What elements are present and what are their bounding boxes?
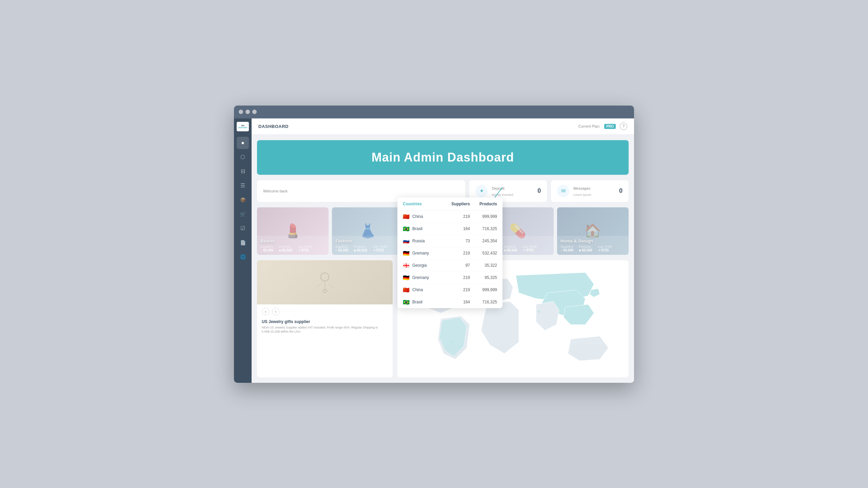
flag-icon: 🇧🇷	[403, 299, 410, 305]
category-card-beauty[interactable]: 💄 Beauty Suppliers ↑ 58,095 Products	[257, 207, 329, 255]
traffic-light-green[interactable]	[252, 110, 257, 114]
suppliers-value: 164	[443, 300, 470, 304]
table-row: 🇩🇪 Gremany 219 95,325	[397, 272, 502, 284]
products-value: 35,322	[470, 263, 497, 268]
country-cell: 🇨🇳 China	[403, 287, 443, 293]
supplier-name: US Jewelry gifts supplier	[262, 319, 388, 324]
file-icon: 📄	[240, 240, 246, 245]
country-name: China	[412, 214, 423, 219]
country-name: Gremany	[412, 251, 429, 256]
messages-label: Messages	[573, 186, 590, 190]
fashion-profit: Avg. Profit ↗ 9755	[373, 245, 387, 252]
prev-button[interactable]: ‹	[262, 308, 269, 315]
col-suppliers-header: Suppliers	[443, 202, 470, 206]
sidebar-item-check[interactable]: ☑	[237, 222, 249, 234]
jewelry-bg	[257, 260, 393, 304]
health-products: Products ■ 88,568	[504, 245, 517, 252]
sidebar-item-package[interactable]: 📦	[237, 194, 249, 206]
products-value: 245,354	[470, 239, 497, 243]
sidebar-item-globe[interactable]: 🌐	[237, 251, 249, 263]
fashion-stats: Suppliers ↑ 58,095 Products ■ 88,568 Avg…	[335, 245, 400, 252]
supplier-description: NEW US Jewelry Supplier added VAT Includ…	[262, 325, 388, 334]
category-card-fashion[interactable]: 👗 Fashion Suppliers ↑ 58,095 Products	[332, 207, 403, 255]
col-products-header: Products	[470, 202, 497, 206]
title-bar	[234, 106, 634, 118]
table-row: 🇬🇪 Georgia 97 35,322	[397, 260, 502, 272]
flag-icon: 🇨🇳	[403, 213, 410, 220]
fashion-content: Fashion Suppliers ↑ 58,095 Products ■ 88…	[332, 236, 403, 255]
page-title: DASHBOARD	[258, 124, 289, 129]
cart-icon: 🛒	[240, 211, 246, 217]
sidebar-item-cart[interactable]: 🛒	[237, 208, 249, 220]
top-bar-left: DASHBOARD	[258, 124, 289, 129]
circle-icon: ●	[241, 140, 244, 146]
sidebar-item-filter[interactable]: ⊟	[237, 165, 249, 177]
star-icon: ✦	[479, 188, 484, 194]
flag-icon: 🇩🇪	[403, 275, 410, 281]
hero-title: Main Admin Dashboard	[271, 150, 615, 165]
products-value: 532,432	[470, 251, 497, 256]
main-content: DASHBOARD Current Plan: PRO ? Main Admin…	[252, 118, 634, 383]
svg-point-7	[451, 340, 454, 343]
svg-line-3	[317, 284, 321, 288]
suppliers-value: 219	[443, 275, 470, 280]
messages-info: Messages Lorem Ipsum	[573, 185, 591, 197]
beauty-stats: Suppliers ↑ 58,095 Products ■ 88,568 Avg…	[260, 245, 325, 252]
svg-point-10	[593, 291, 595, 293]
hero-banner: Main Admin Dashboard	[257, 140, 629, 175]
svg-line-4	[329, 284, 333, 288]
plan-label: Current Plan:	[578, 124, 600, 128]
fashion-products: Products ■ 88,568	[354, 245, 367, 252]
list-icon: ☰	[240, 182, 245, 189]
supplier-nav: ‹ ›	[257, 304, 393, 319]
featured-supplier: ‹ › US Jewelry gifts supplier NEW US Jew…	[257, 260, 393, 377]
suppliers-value: 164	[443, 226, 470, 231]
countries-tooltip[interactable]: Countries Suppliers Products 🇨🇳 China 21…	[397, 198, 502, 308]
products-value: 716,325	[470, 226, 497, 231]
package-icon: 📦	[240, 197, 246, 203]
country-name: Gremany	[412, 275, 429, 280]
beauty-suppliers: Suppliers ↑ 58,095	[260, 245, 273, 252]
home-products: Products ■ 88,568	[579, 245, 592, 252]
suppliers-value: 97	[443, 263, 470, 268]
home-stats: Suppliers ↑ 58,095 Products ■ 88,568 Avg…	[560, 245, 625, 252]
products-value: 95,325	[470, 275, 497, 280]
tooltip-header: Countries Suppliers Products	[397, 198, 502, 211]
category-card-home[interactable]: 🏠 Home & Design Suppliers ↑ 58,095 Prod	[557, 207, 629, 255]
traffic-light-red[interactable]	[239, 110, 243, 114]
flag-icon: 🇧🇷	[403, 226, 410, 232]
table-row: 🇧🇷 Brasil 164 716,325	[397, 223, 502, 235]
messages-sub: Lorem Ipsum	[573, 193, 591, 196]
col-countries-header: Countries	[403, 202, 443, 206]
sidebar-item-file[interactable]: 📄	[237, 237, 249, 249]
flag-icon: 🇬🇪	[403, 262, 410, 269]
deposit-info: Deposit Money invested	[492, 185, 513, 197]
country-cell: 🇬🇪 Georgia	[403, 262, 443, 269]
fashion-suppliers: Suppliers ↑ 58,095	[335, 245, 348, 252]
sidebar-item-box[interactable]: ⬡	[237, 151, 249, 163]
flag-icon: 🇨🇳	[403, 287, 410, 293]
beauty-products: Products ■ 88,568	[279, 245, 292, 252]
next-button[interactable]: ›	[272, 308, 279, 315]
sidebar-item-home[interactable]: ●	[237, 137, 249, 149]
country-name: Brasil	[412, 226, 422, 231]
table-row: 🇩🇪 Gremany 219 532,432	[397, 247, 502, 260]
country-cell: 🇩🇪 Gremany	[403, 275, 443, 281]
country-cell: 🇷🇺 Russia	[403, 238, 443, 244]
sidebar-item-list[interactable]: ☰	[237, 180, 249, 192]
suppliers-value: 73	[443, 239, 470, 243]
help-button[interactable]: ?	[620, 123, 627, 130]
beauty-profit: Avg. Profit ↗ 9755	[298, 245, 312, 252]
deposit-icon-wrap: ✦	[475, 185, 488, 197]
top-bar-right: Current Plan: PRO ?	[578, 123, 627, 130]
deposit-sub: Money invested	[492, 193, 513, 196]
suppliers-value: 219	[443, 214, 470, 219]
traffic-light-yellow[interactable]	[245, 110, 250, 114]
svg-point-5	[557, 297, 561, 300]
table-row: 🇨🇳 China 219 999,999	[397, 211, 502, 223]
home-profit: Avg. Profit ↗ 9755	[598, 245, 612, 252]
plan-badge: PRO	[604, 124, 616, 129]
jewelry-icon	[311, 269, 338, 296]
logo: 365 DROPSHIP	[237, 122, 249, 131]
countries-rows: 🇨🇳 China 219 999,999 🇧🇷 Brasil 164 716,3…	[397, 211, 502, 308]
